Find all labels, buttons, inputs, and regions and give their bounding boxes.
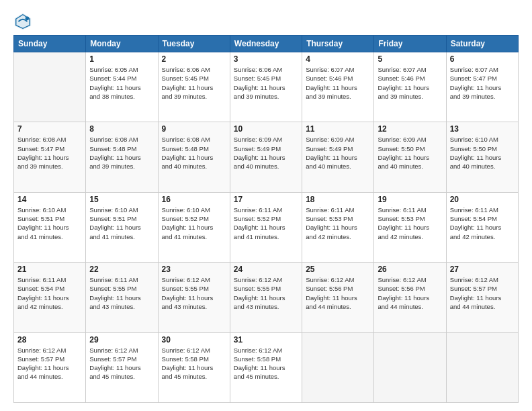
day-number: 7 (17, 124, 82, 134)
day-info: Sunrise: 6:12 AM Sunset: 5:56 PM Dayligh… (306, 275, 370, 311)
day-info: Sunrise: 6:08 AM Sunset: 5:48 PM Dayligh… (89, 135, 154, 171)
calendar-cell: 28Sunrise: 6:12 AM Sunset: 5:57 PM Dayli… (14, 332, 86, 402)
day-info: Sunrise: 6:12 AM Sunset: 5:58 PM Dayligh… (234, 346, 298, 381)
calendar-cell: 15Sunrise: 6:10 AM Sunset: 5:51 PM Dayli… (86, 192, 158, 262)
day-info: Sunrise: 6:12 AM Sunset: 5:55 PM Dayligh… (234, 275, 298, 311)
day-number: 22 (89, 265, 154, 274)
day-info: Sunrise: 6:12 AM Sunset: 5:58 PM Dayligh… (162, 346, 226, 381)
day-info: Sunrise: 6:11 AM Sunset: 5:54 PM Dayligh… (450, 205, 515, 241)
calendar-cell: 11Sunrise: 6:09 AM Sunset: 5:49 PM Dayli… (302, 122, 374, 192)
day-number: 29 (89, 335, 154, 345)
calendar-cell: 9Sunrise: 6:08 AM Sunset: 5:48 PM Daylig… (158, 122, 230, 192)
calendar-cell: 26Sunrise: 6:12 AM Sunset: 5:56 PM Dayli… (374, 263, 446, 332)
day-number: 15 (89, 195, 154, 204)
calendar-cell: 25Sunrise: 6:12 AM Sunset: 5:56 PM Dayli… (302, 263, 374, 332)
calendar-cell: 3Sunrise: 6:06 AM Sunset: 5:45 PM Daylig… (230, 52, 302, 122)
day-number: 28 (17, 335, 82, 345)
day-info: Sunrise: 6:11 AM Sunset: 5:53 PM Dayligh… (378, 205, 442, 241)
day-info: Sunrise: 6:08 AM Sunset: 5:47 PM Dayligh… (17, 135, 82, 171)
calendar-cell: 17Sunrise: 6:11 AM Sunset: 5:52 PM Dayli… (230, 192, 302, 262)
day-number: 24 (234, 265, 298, 274)
day-info: Sunrise: 6:05 AM Sunset: 5:44 PM Dayligh… (89, 65, 154, 101)
day-info: Sunrise: 6:11 AM Sunset: 5:55 PM Dayligh… (89, 275, 154, 311)
calendar-cell: 22Sunrise: 6:11 AM Sunset: 5:55 PM Dayli… (86, 263, 158, 332)
logo (13, 12, 35, 31)
day-number: 5 (378, 54, 442, 64)
calendar-cell (14, 52, 86, 122)
calendar-cell (446, 332, 518, 402)
calendar-cell: 23Sunrise: 6:12 AM Sunset: 5:55 PM Dayli… (158, 263, 230, 332)
day-number: 19 (378, 195, 442, 204)
logo-icon (13, 12, 32, 31)
day-info: Sunrise: 6:07 AM Sunset: 5:46 PM Dayligh… (306, 65, 370, 101)
calendar-day-header: Wednesday (230, 36, 302, 52)
day-info: Sunrise: 6:08 AM Sunset: 5:48 PM Dayligh… (162, 135, 226, 171)
day-info: Sunrise: 6:09 AM Sunset: 5:50 PM Dayligh… (378, 135, 442, 171)
calendar-cell: 14Sunrise: 6:10 AM Sunset: 5:51 PM Dayli… (14, 192, 86, 262)
day-info: Sunrise: 6:06 AM Sunset: 5:45 PM Dayligh… (234, 65, 298, 101)
day-info: Sunrise: 6:10 AM Sunset: 5:50 PM Dayligh… (450, 135, 515, 171)
page: SundayMondayTuesdayWednesdayThursdayFrid… (0, 0, 532, 411)
calendar-cell: 13Sunrise: 6:10 AM Sunset: 5:50 PM Dayli… (446, 122, 518, 192)
calendar-cell: 7Sunrise: 6:08 AM Sunset: 5:47 PM Daylig… (14, 122, 86, 192)
calendar-cell: 16Sunrise: 6:10 AM Sunset: 5:52 PM Dayli… (158, 192, 230, 262)
calendar-week-row: 21Sunrise: 6:11 AM Sunset: 5:54 PM Dayli… (14, 263, 519, 332)
calendar-week-row: 7Sunrise: 6:08 AM Sunset: 5:47 PM Daylig… (14, 122, 519, 192)
day-info: Sunrise: 6:11 AM Sunset: 5:52 PM Dayligh… (234, 205, 298, 241)
calendar-cell: 12Sunrise: 6:09 AM Sunset: 5:50 PM Dayli… (374, 122, 446, 192)
day-number: 10 (234, 124, 298, 134)
calendar-week-row: 14Sunrise: 6:10 AM Sunset: 5:51 PM Dayli… (14, 192, 519, 262)
day-number: 23 (162, 265, 226, 274)
calendar-day-header: Saturday (446, 36, 518, 52)
day-number: 2 (162, 54, 226, 64)
day-info: Sunrise: 6:11 AM Sunset: 5:53 PM Dayligh… (306, 205, 370, 241)
day-number: 13 (450, 124, 515, 134)
svg-point-2 (26, 17, 30, 21)
calendar-cell: 4Sunrise: 6:07 AM Sunset: 5:46 PM Daylig… (302, 52, 374, 122)
calendar-cell: 31Sunrise: 6:12 AM Sunset: 5:58 PM Dayli… (230, 332, 302, 402)
day-info: Sunrise: 6:12 AM Sunset: 5:55 PM Dayligh… (162, 275, 226, 311)
day-number: 27 (450, 265, 515, 274)
day-info: Sunrise: 6:10 AM Sunset: 5:51 PM Dayligh… (17, 205, 82, 241)
calendar-cell (374, 332, 446, 402)
day-number: 3 (234, 54, 298, 64)
calendar-cell: 5Sunrise: 6:07 AM Sunset: 5:46 PM Daylig… (374, 52, 446, 122)
calendar-cell: 27Sunrise: 6:12 AM Sunset: 5:57 PM Dayli… (446, 263, 518, 332)
day-number: 4 (306, 54, 370, 64)
day-number: 6 (450, 54, 515, 64)
calendar-day-header: Friday (374, 36, 446, 52)
calendar-cell: 21Sunrise: 6:11 AM Sunset: 5:54 PM Dayli… (14, 263, 86, 332)
day-info: Sunrise: 6:07 AM Sunset: 5:47 PM Dayligh… (450, 65, 515, 101)
calendar-day-header: Sunday (14, 36, 86, 52)
calendar-day-header: Monday (86, 36, 158, 52)
day-number: 31 (234, 335, 298, 345)
calendar-cell: 30Sunrise: 6:12 AM Sunset: 5:58 PM Dayli… (158, 332, 230, 402)
calendar-day-header: Tuesday (158, 36, 230, 52)
calendar-cell: 1Sunrise: 6:05 AM Sunset: 5:44 PM Daylig… (86, 52, 158, 122)
calendar-header-row: SundayMondayTuesdayWednesdayThursdayFrid… (14, 36, 519, 52)
day-number: 26 (378, 265, 442, 274)
day-number: 30 (162, 335, 226, 345)
calendar-cell: 20Sunrise: 6:11 AM Sunset: 5:54 PM Dayli… (446, 192, 518, 262)
day-info: Sunrise: 6:10 AM Sunset: 5:52 PM Dayligh… (162, 205, 226, 241)
calendar-table: SundayMondayTuesdayWednesdayThursdayFrid… (13, 35, 519, 403)
day-number: 11 (306, 124, 370, 134)
day-number: 8 (89, 124, 154, 134)
calendar-cell: 29Sunrise: 6:12 AM Sunset: 5:57 PM Dayli… (86, 332, 158, 402)
svg-marker-0 (15, 13, 31, 30)
day-number: 9 (162, 124, 226, 134)
day-info: Sunrise: 6:12 AM Sunset: 5:56 PM Dayligh… (378, 275, 442, 311)
day-info: Sunrise: 6:09 AM Sunset: 5:49 PM Dayligh… (306, 135, 370, 171)
day-number: 21 (17, 265, 82, 274)
day-number: 14 (17, 195, 82, 204)
day-number: 17 (234, 195, 298, 204)
calendar-cell: 19Sunrise: 6:11 AM Sunset: 5:53 PM Dayli… (374, 192, 446, 262)
day-info: Sunrise: 6:12 AM Sunset: 5:57 PM Dayligh… (89, 346, 154, 381)
day-info: Sunrise: 6:11 AM Sunset: 5:54 PM Dayligh… (17, 275, 82, 311)
calendar-cell: 24Sunrise: 6:12 AM Sunset: 5:55 PM Dayli… (230, 263, 302, 332)
calendar-week-row: 28Sunrise: 6:12 AM Sunset: 5:57 PM Dayli… (14, 332, 519, 402)
day-info: Sunrise: 6:12 AM Sunset: 5:57 PM Dayligh… (17, 346, 82, 381)
day-info: Sunrise: 6:09 AM Sunset: 5:49 PM Dayligh… (234, 135, 298, 171)
calendar-cell: 10Sunrise: 6:09 AM Sunset: 5:49 PM Dayli… (230, 122, 302, 192)
calendar-cell: 6Sunrise: 6:07 AM Sunset: 5:47 PM Daylig… (446, 52, 518, 122)
